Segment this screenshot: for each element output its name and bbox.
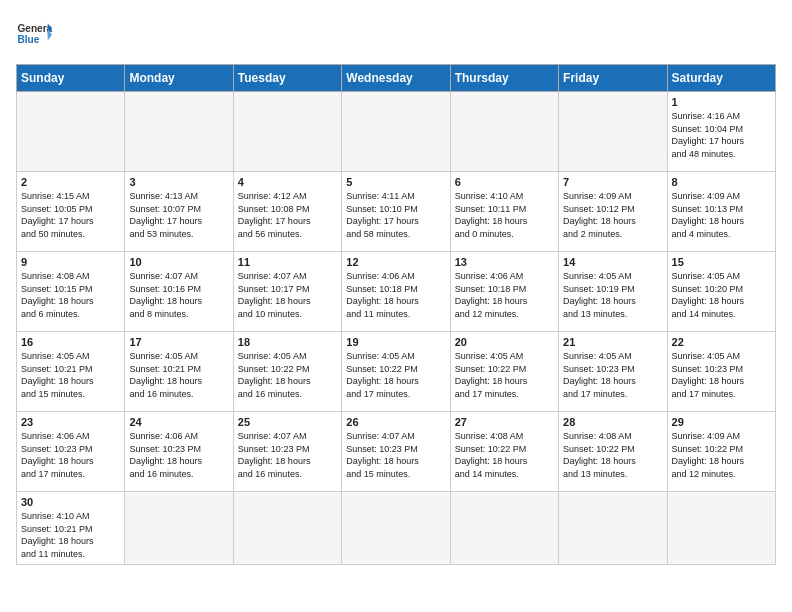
day-number: 5 [346,176,445,188]
logo: General Blue [16,16,52,52]
day-number: 27 [455,416,554,428]
calendar-cell [559,492,667,565]
weekday-header-saturday: Saturday [667,65,775,92]
day-number: 18 [238,336,337,348]
calendar-cell: 5Sunrise: 4:11 AM Sunset: 10:10 PM Dayli… [342,172,450,252]
calendar-cell: 20Sunrise: 4:05 AM Sunset: 10:22 PM Dayl… [450,332,558,412]
calendar-table: SundayMondayTuesdayWednesdayThursdayFrid… [16,64,776,565]
calendar-cell [125,92,233,172]
calendar-cell: 23Sunrise: 4:06 AM Sunset: 10:23 PM Dayl… [17,412,125,492]
day-info: Sunrise: 4:09 AM Sunset: 10:22 PM Daylig… [672,430,771,480]
calendar-cell [450,92,558,172]
day-number: 20 [455,336,554,348]
day-info: Sunrise: 4:06 AM Sunset: 10:18 PM Daylig… [455,270,554,320]
calendar-cell: 21Sunrise: 4:05 AM Sunset: 10:23 PM Dayl… [559,332,667,412]
day-number: 8 [672,176,771,188]
day-info: Sunrise: 4:07 AM Sunset: 10:23 PM Daylig… [238,430,337,480]
day-info: Sunrise: 4:08 AM Sunset: 10:22 PM Daylig… [455,430,554,480]
day-number: 15 [672,256,771,268]
weekday-header-monday: Monday [125,65,233,92]
day-info: Sunrise: 4:07 AM Sunset: 10:16 PM Daylig… [129,270,228,320]
calendar-cell: 12Sunrise: 4:06 AM Sunset: 10:18 PM Dayl… [342,252,450,332]
calendar-cell: 26Sunrise: 4:07 AM Sunset: 10:23 PM Dayl… [342,412,450,492]
day-number: 17 [129,336,228,348]
weekday-header-friday: Friday [559,65,667,92]
weekday-header-wednesday: Wednesday [342,65,450,92]
calendar-cell: 16Sunrise: 4:05 AM Sunset: 10:21 PM Dayl… [17,332,125,412]
day-number: 30 [21,496,120,508]
page-header: General Blue [16,16,776,52]
day-info: Sunrise: 4:07 AM Sunset: 10:23 PM Daylig… [346,430,445,480]
day-info: Sunrise: 4:16 AM Sunset: 10:04 PM Daylig… [672,110,771,160]
calendar-cell [559,92,667,172]
calendar-cell: 17Sunrise: 4:05 AM Sunset: 10:21 PM Dayl… [125,332,233,412]
day-number: 26 [346,416,445,428]
calendar-cell: 15Sunrise: 4:05 AM Sunset: 10:20 PM Dayl… [667,252,775,332]
calendar-cell: 22Sunrise: 4:05 AM Sunset: 10:23 PM Dayl… [667,332,775,412]
weekday-header-tuesday: Tuesday [233,65,341,92]
day-info: Sunrise: 4:10 AM Sunset: 10:11 PM Daylig… [455,190,554,240]
calendar-cell: 2Sunrise: 4:15 AM Sunset: 10:05 PM Dayli… [17,172,125,252]
calendar-cell: 13Sunrise: 4:06 AM Sunset: 10:18 PM Dayl… [450,252,558,332]
calendar-cell: 3Sunrise: 4:13 AM Sunset: 10:07 PM Dayli… [125,172,233,252]
calendar-week-row: 16Sunrise: 4:05 AM Sunset: 10:21 PM Dayl… [17,332,776,412]
day-info: Sunrise: 4:06 AM Sunset: 10:23 PM Daylig… [21,430,120,480]
day-info: Sunrise: 4:06 AM Sunset: 10:18 PM Daylig… [346,270,445,320]
svg-text:Blue: Blue [17,34,39,45]
day-number: 6 [455,176,554,188]
day-number: 10 [129,256,228,268]
weekday-header-row: SundayMondayTuesdayWednesdayThursdayFrid… [17,65,776,92]
day-number: 13 [455,256,554,268]
calendar-cell: 27Sunrise: 4:08 AM Sunset: 10:22 PM Dayl… [450,412,558,492]
calendar-cell [125,492,233,565]
calendar-cell [342,92,450,172]
calendar-cell: 18Sunrise: 4:05 AM Sunset: 10:22 PM Dayl… [233,332,341,412]
calendar-cell: 29Sunrise: 4:09 AM Sunset: 10:22 PM Dayl… [667,412,775,492]
day-info: Sunrise: 4:05 AM Sunset: 10:20 PM Daylig… [672,270,771,320]
weekday-header-thursday: Thursday [450,65,558,92]
calendar-week-row: 1Sunrise: 4:16 AM Sunset: 10:04 PM Dayli… [17,92,776,172]
day-number: 23 [21,416,120,428]
logo-icon: General Blue [16,16,52,52]
day-number: 4 [238,176,337,188]
day-number: 19 [346,336,445,348]
day-number: 21 [563,336,662,348]
calendar-cell: 11Sunrise: 4:07 AM Sunset: 10:17 PM Dayl… [233,252,341,332]
calendar-cell [17,92,125,172]
calendar-cell: 9Sunrise: 4:08 AM Sunset: 10:15 PM Dayli… [17,252,125,332]
calendar-cell: 10Sunrise: 4:07 AM Sunset: 10:16 PM Dayl… [125,252,233,332]
day-info: Sunrise: 4:09 AM Sunset: 10:12 PM Daylig… [563,190,662,240]
calendar-cell: 14Sunrise: 4:05 AM Sunset: 10:19 PM Dayl… [559,252,667,332]
day-number: 2 [21,176,120,188]
day-info: Sunrise: 4:05 AM Sunset: 10:21 PM Daylig… [21,350,120,400]
weekday-header-sunday: Sunday [17,65,125,92]
calendar-cell: 19Sunrise: 4:05 AM Sunset: 10:22 PM Dayl… [342,332,450,412]
day-info: Sunrise: 4:05 AM Sunset: 10:21 PM Daylig… [129,350,228,400]
day-info: Sunrise: 4:08 AM Sunset: 10:15 PM Daylig… [21,270,120,320]
day-info: Sunrise: 4:12 AM Sunset: 10:08 PM Daylig… [238,190,337,240]
calendar-cell [233,492,341,565]
day-info: Sunrise: 4:07 AM Sunset: 10:17 PM Daylig… [238,270,337,320]
day-number: 11 [238,256,337,268]
day-number: 9 [21,256,120,268]
calendar-cell: 6Sunrise: 4:10 AM Sunset: 10:11 PM Dayli… [450,172,558,252]
calendar-week-row: 9Sunrise: 4:08 AM Sunset: 10:15 PM Dayli… [17,252,776,332]
day-number: 25 [238,416,337,428]
svg-text:General: General [17,23,52,34]
day-info: Sunrise: 4:10 AM Sunset: 10:21 PM Daylig… [21,510,120,560]
day-info: Sunrise: 4:05 AM Sunset: 10:22 PM Daylig… [346,350,445,400]
day-info: Sunrise: 4:09 AM Sunset: 10:13 PM Daylig… [672,190,771,240]
calendar-cell [342,492,450,565]
calendar-week-row: 30Sunrise: 4:10 AM Sunset: 10:21 PM Dayl… [17,492,776,565]
day-info: Sunrise: 4:11 AM Sunset: 10:10 PM Daylig… [346,190,445,240]
day-number: 12 [346,256,445,268]
calendar-cell: 8Sunrise: 4:09 AM Sunset: 10:13 PM Dayli… [667,172,775,252]
day-number: 7 [563,176,662,188]
day-number: 1 [672,96,771,108]
day-info: Sunrise: 4:05 AM Sunset: 10:19 PM Daylig… [563,270,662,320]
day-number: 28 [563,416,662,428]
calendar-cell: 4Sunrise: 4:12 AM Sunset: 10:08 PM Dayli… [233,172,341,252]
day-number: 29 [672,416,771,428]
calendar-cell: 1Sunrise: 4:16 AM Sunset: 10:04 PM Dayli… [667,92,775,172]
day-number: 14 [563,256,662,268]
